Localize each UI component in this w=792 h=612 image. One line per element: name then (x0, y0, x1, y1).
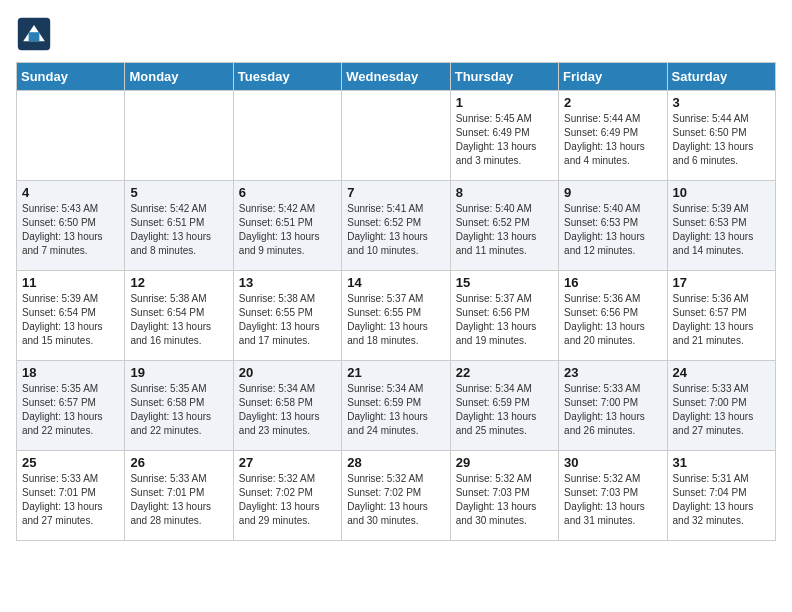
cell-info: Sunrise: 5:44 AM Sunset: 6:49 PM Dayligh… (564, 112, 661, 168)
cell-info: Sunrise: 5:32 AM Sunset: 7:02 PM Dayligh… (239, 472, 336, 528)
cell-info: Sunrise: 5:38 AM Sunset: 6:55 PM Dayligh… (239, 292, 336, 348)
day-number: 11 (22, 275, 119, 290)
cell-info: Sunrise: 5:39 AM Sunset: 6:53 PM Dayligh… (673, 202, 770, 258)
calendar-cell: 29Sunrise: 5:32 AM Sunset: 7:03 PM Dayli… (450, 451, 558, 541)
day-number: 24 (673, 365, 770, 380)
day-number: 10 (673, 185, 770, 200)
day-number: 25 (22, 455, 119, 470)
weekday-header-wednesday: Wednesday (342, 63, 450, 91)
calendar-cell: 18Sunrise: 5:35 AM Sunset: 6:57 PM Dayli… (17, 361, 125, 451)
cell-info: Sunrise: 5:34 AM Sunset: 6:59 PM Dayligh… (456, 382, 553, 438)
calendar-cell: 15Sunrise: 5:37 AM Sunset: 6:56 PM Dayli… (450, 271, 558, 361)
calendar-cell: 25Sunrise: 5:33 AM Sunset: 7:01 PM Dayli… (17, 451, 125, 541)
cell-info: Sunrise: 5:34 AM Sunset: 6:59 PM Dayligh… (347, 382, 444, 438)
calendar-cell: 3Sunrise: 5:44 AM Sunset: 6:50 PM Daylig… (667, 91, 775, 181)
day-number: 16 (564, 275, 661, 290)
day-number: 12 (130, 275, 227, 290)
cell-info: Sunrise: 5:40 AM Sunset: 6:52 PM Dayligh… (456, 202, 553, 258)
weekday-header-saturday: Saturday (667, 63, 775, 91)
calendar-cell: 24Sunrise: 5:33 AM Sunset: 7:00 PM Dayli… (667, 361, 775, 451)
calendar-cell (17, 91, 125, 181)
cell-info: Sunrise: 5:32 AM Sunset: 7:02 PM Dayligh… (347, 472, 444, 528)
day-number: 30 (564, 455, 661, 470)
week-row-5: 25Sunrise: 5:33 AM Sunset: 7:01 PM Dayli… (17, 451, 776, 541)
calendar-cell: 11Sunrise: 5:39 AM Sunset: 6:54 PM Dayli… (17, 271, 125, 361)
calendar-cell: 4Sunrise: 5:43 AM Sunset: 6:50 PM Daylig… (17, 181, 125, 271)
cell-info: Sunrise: 5:44 AM Sunset: 6:50 PM Dayligh… (673, 112, 770, 168)
calendar-cell: 1Sunrise: 5:45 AM Sunset: 6:49 PM Daylig… (450, 91, 558, 181)
calendar-cell: 7Sunrise: 5:41 AM Sunset: 6:52 PM Daylig… (342, 181, 450, 271)
cell-info: Sunrise: 5:34 AM Sunset: 6:58 PM Dayligh… (239, 382, 336, 438)
day-number: 5 (130, 185, 227, 200)
day-number: 29 (456, 455, 553, 470)
svg-rect-2 (29, 32, 40, 41)
day-number: 27 (239, 455, 336, 470)
day-number: 26 (130, 455, 227, 470)
calendar-cell: 12Sunrise: 5:38 AM Sunset: 6:54 PM Dayli… (125, 271, 233, 361)
logo (16, 16, 56, 52)
calendar-cell: 26Sunrise: 5:33 AM Sunset: 7:01 PM Dayli… (125, 451, 233, 541)
day-number: 14 (347, 275, 444, 290)
calendar-cell: 16Sunrise: 5:36 AM Sunset: 6:56 PM Dayli… (559, 271, 667, 361)
calendar-cell: 19Sunrise: 5:35 AM Sunset: 6:58 PM Dayli… (125, 361, 233, 451)
calendar-cell (233, 91, 341, 181)
cell-info: Sunrise: 5:31 AM Sunset: 7:04 PM Dayligh… (673, 472, 770, 528)
calendar-cell: 20Sunrise: 5:34 AM Sunset: 6:58 PM Dayli… (233, 361, 341, 451)
calendar-cell: 10Sunrise: 5:39 AM Sunset: 6:53 PM Dayli… (667, 181, 775, 271)
weekday-header-monday: Monday (125, 63, 233, 91)
calendar-cell: 13Sunrise: 5:38 AM Sunset: 6:55 PM Dayli… (233, 271, 341, 361)
calendar-cell: 14Sunrise: 5:37 AM Sunset: 6:55 PM Dayli… (342, 271, 450, 361)
cell-info: Sunrise: 5:42 AM Sunset: 6:51 PM Dayligh… (239, 202, 336, 258)
week-row-2: 4Sunrise: 5:43 AM Sunset: 6:50 PM Daylig… (17, 181, 776, 271)
calendar-cell: 6Sunrise: 5:42 AM Sunset: 6:51 PM Daylig… (233, 181, 341, 271)
cell-info: Sunrise: 5:35 AM Sunset: 6:58 PM Dayligh… (130, 382, 227, 438)
calendar-cell: 5Sunrise: 5:42 AM Sunset: 6:51 PM Daylig… (125, 181, 233, 271)
day-number: 23 (564, 365, 661, 380)
cell-info: Sunrise: 5:38 AM Sunset: 6:54 PM Dayligh… (130, 292, 227, 348)
day-number: 20 (239, 365, 336, 380)
weekday-header-friday: Friday (559, 63, 667, 91)
calendar-cell: 27Sunrise: 5:32 AM Sunset: 7:02 PM Dayli… (233, 451, 341, 541)
weekday-header-row: SundayMondayTuesdayWednesdayThursdayFrid… (17, 63, 776, 91)
weekday-header-sunday: Sunday (17, 63, 125, 91)
weekday-header-thursday: Thursday (450, 63, 558, 91)
cell-info: Sunrise: 5:43 AM Sunset: 6:50 PM Dayligh… (22, 202, 119, 258)
day-number: 2 (564, 95, 661, 110)
day-number: 21 (347, 365, 444, 380)
week-row-3: 11Sunrise: 5:39 AM Sunset: 6:54 PM Dayli… (17, 271, 776, 361)
day-number: 7 (347, 185, 444, 200)
day-number: 28 (347, 455, 444, 470)
calendar-cell (342, 91, 450, 181)
cell-info: Sunrise: 5:42 AM Sunset: 6:51 PM Dayligh… (130, 202, 227, 258)
day-number: 13 (239, 275, 336, 290)
day-number: 4 (22, 185, 119, 200)
calendar-cell: 30Sunrise: 5:32 AM Sunset: 7:03 PM Dayli… (559, 451, 667, 541)
cell-info: Sunrise: 5:37 AM Sunset: 6:55 PM Dayligh… (347, 292, 444, 348)
day-number: 8 (456, 185, 553, 200)
day-number: 19 (130, 365, 227, 380)
calendar-cell: 31Sunrise: 5:31 AM Sunset: 7:04 PM Dayli… (667, 451, 775, 541)
cell-info: Sunrise: 5:40 AM Sunset: 6:53 PM Dayligh… (564, 202, 661, 258)
cell-info: Sunrise: 5:45 AM Sunset: 6:49 PM Dayligh… (456, 112, 553, 168)
cell-info: Sunrise: 5:33 AM Sunset: 7:00 PM Dayligh… (564, 382, 661, 438)
cell-info: Sunrise: 5:32 AM Sunset: 7:03 PM Dayligh… (564, 472, 661, 528)
calendar-table: SundayMondayTuesdayWednesdayThursdayFrid… (16, 62, 776, 541)
calendar-cell: 9Sunrise: 5:40 AM Sunset: 6:53 PM Daylig… (559, 181, 667, 271)
calendar-cell: 8Sunrise: 5:40 AM Sunset: 6:52 PM Daylig… (450, 181, 558, 271)
day-number: 22 (456, 365, 553, 380)
day-number: 3 (673, 95, 770, 110)
cell-info: Sunrise: 5:41 AM Sunset: 6:52 PM Dayligh… (347, 202, 444, 258)
day-number: 18 (22, 365, 119, 380)
logo-icon (16, 16, 52, 52)
calendar-cell: 2Sunrise: 5:44 AM Sunset: 6:49 PM Daylig… (559, 91, 667, 181)
week-row-4: 18Sunrise: 5:35 AM Sunset: 6:57 PM Dayli… (17, 361, 776, 451)
calendar-cell: 23Sunrise: 5:33 AM Sunset: 7:00 PM Dayli… (559, 361, 667, 451)
cell-info: Sunrise: 5:39 AM Sunset: 6:54 PM Dayligh… (22, 292, 119, 348)
cell-info: Sunrise: 5:33 AM Sunset: 7:01 PM Dayligh… (22, 472, 119, 528)
cell-info: Sunrise: 5:32 AM Sunset: 7:03 PM Dayligh… (456, 472, 553, 528)
calendar-cell: 28Sunrise: 5:32 AM Sunset: 7:02 PM Dayli… (342, 451, 450, 541)
page-header (16, 16, 776, 52)
cell-info: Sunrise: 5:33 AM Sunset: 7:00 PM Dayligh… (673, 382, 770, 438)
day-number: 31 (673, 455, 770, 470)
cell-info: Sunrise: 5:35 AM Sunset: 6:57 PM Dayligh… (22, 382, 119, 438)
